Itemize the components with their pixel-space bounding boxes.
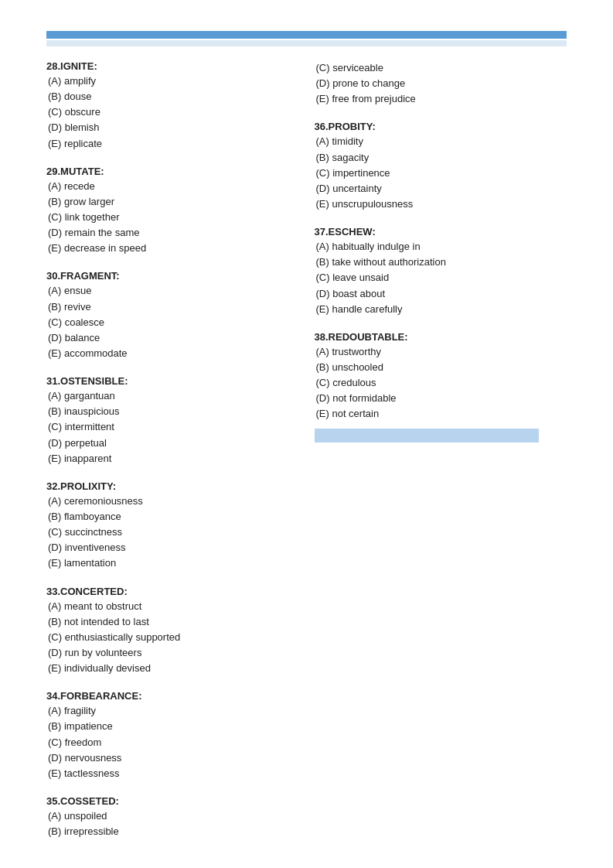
answer-option: (D) nervousness [46,750,291,766]
answer-option: (C) succinctness [46,525,291,540]
question-title: 28.IGNITE: [46,60,291,72]
question-block: 32.PROLIXITY:(A) ceremoniousness(B) flam… [46,480,291,572]
answer-option: (D) not formidable [315,391,567,406]
question-title: 34.FORBEARANCE: [46,690,291,702]
highlight-box [315,429,539,443]
answer-option: (D) run by volunteers [46,645,291,661]
question-block: 38.REDOUBTABLE:(A) trustworthy(B) unscho… [315,331,567,422]
answer-option: (D) uncertainty [315,181,567,196]
question-block: 30.FRAGMENT:(A) ensue(B) revive(C) coale… [46,270,291,361]
question-title: 36.PROBITY: [315,121,567,132]
answer-option: (C) obscure [46,104,291,120]
answer-option: (C) leave unsaid [315,270,567,285]
answer-option: (D) perpetual [46,436,291,451]
answer-option: (C) coalesce [46,315,291,330]
answer-option: (E) lamentation [46,555,291,571]
answer-option: (A) habitually indulge in [315,239,567,255]
answer-option: (A) ensue [46,283,291,299]
question-block: 28.IGNITE:(A) amplify(B) douse(C) obscur… [46,60,291,152]
question-block: 29.MUTATE:(A) recede(B) grow larger(C) l… [46,166,291,257]
answer-option: (C) enthusiastically supported [46,630,291,645]
question-block: 31.OSTENSIBLE:(A) gargantuan(B) inauspic… [46,375,291,466]
answer-option: (D) blemish [46,120,291,135]
question-block: 36.PROBITY:(A) timidity(B) sagacity(C) i… [315,121,567,212]
answer-option: (A) amplify [46,73,291,89]
section-header [46,40,567,46]
question-title: 30.FRAGMENT: [46,270,291,282]
answer-option: (E) tactlessness [46,766,291,781]
answer-option: (E) unscrupulousness [315,196,567,212]
answer-option: (E) individually devised [46,661,291,676]
question-block: 34.FORBEARANCE:(A) fragility(B) impatien… [46,690,291,781]
question-block: 37.ESCHEW:(A) habitually indulge in(B) t… [315,226,567,317]
answer-option: (D) remain the same [46,225,291,241]
answer-option: (E) decrease in speed [46,241,291,256]
question-title: 31.OSTENSIBLE: [46,375,291,387]
answer-option: (E) not certain [315,406,567,422]
question-title: 35.COSSETED: [46,795,291,807]
left-column: 28.IGNITE:(A) amplify(B) douse(C) obscur… [46,46,307,839]
answer-option: (E) accommodate [46,346,291,361]
answer-option: (E) inapparent [46,451,291,466]
answer-option: (B) irrepressible [46,824,291,839]
question-title: 32.PROLIXITY: [46,480,291,492]
answer-option: (C) impertinence [315,166,567,181]
answer-option: (B) take without authorization [315,255,567,270]
answer-option: (B) douse [46,89,291,104]
answer-option: (D) boast about [315,286,567,302]
answer-option: (A) meant to obstruct [46,599,291,614]
answer-option: (D) inventiveness [46,540,291,555]
content-columns: 28.IGNITE:(A) amplify(B) douse(C) obscur… [46,46,567,839]
answer-option: (C) serviceable [315,60,567,76]
answer-option: (E) free from prejudice [315,91,567,107]
question-title: 29.MUTATE: [46,166,291,177]
answer-option: (B) sagacity [315,150,567,166]
answer-option: (A) unspoiled [46,808,291,824]
answer-option: (B) grow larger [46,194,291,210]
answer-option: (E) replicate [46,136,291,152]
answer-option: (C) credulous [315,375,567,391]
answer-option: (A) ceremoniousness [46,494,291,509]
question-title: 38.REDOUBTABLE: [315,331,567,343]
answer-option: (C) link together [46,210,291,225]
answer-option: (D) prone to change [315,76,567,91]
answer-option: (A) trustworthy [315,344,567,360]
answer-option: (A) gargantuan [46,388,291,404]
right-column: (C) serviceable(D) prone to change(E) fr… [307,46,567,839]
answer-option: (A) fragility [46,703,291,719]
answer-option: (B) flamboyance [46,509,291,525]
answer-option: (A) timidity [315,134,567,149]
answer-option: (D) balance [46,330,291,346]
question-block: (C) serviceable(D) prone to change(E) fr… [315,60,567,107]
answer-option: (B) not intended to last [46,614,291,630]
answer-option: (B) unschooled [315,360,567,375]
answer-option: (B) impatience [46,719,291,734]
answer-option: (C) freedom [46,735,291,750]
answer-option: (B) inauspicious [46,404,291,419]
question-block: 33.CONCERTED:(A) meant to obstruct(B) no… [46,586,291,677]
answer-option: (B) revive [46,299,291,315]
answer-option: (C) intermittent [46,419,291,435]
answer-option: (A) recede [46,179,291,194]
question-block: 35.COSSETED:(A) unspoiled(B) irrepressib… [46,795,291,839]
page: 28.IGNITE:(A) amplify(B) douse(C) obscur… [0,0,613,868]
chapter-header [46,31,567,39]
question-title: 33.CONCERTED: [46,586,291,597]
answer-option: (E) handle carefully [315,302,567,317]
question-title: 37.ESCHEW: [315,226,567,238]
